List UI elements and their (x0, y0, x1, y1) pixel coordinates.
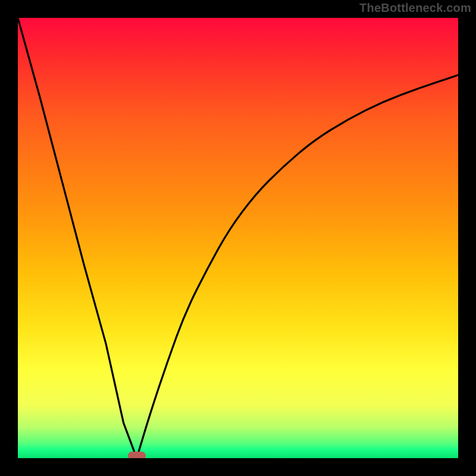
curve-left-branch (18, 18, 137, 458)
watermark-text: TheBottleneck.com (359, 1, 471, 15)
minimum-marker (128, 452, 146, 458)
plot-area (18, 18, 458, 458)
curve-right-branch (137, 75, 458, 458)
chart-frame: TheBottleneck.com (0, 0, 476, 476)
curve-layer (18, 18, 458, 458)
